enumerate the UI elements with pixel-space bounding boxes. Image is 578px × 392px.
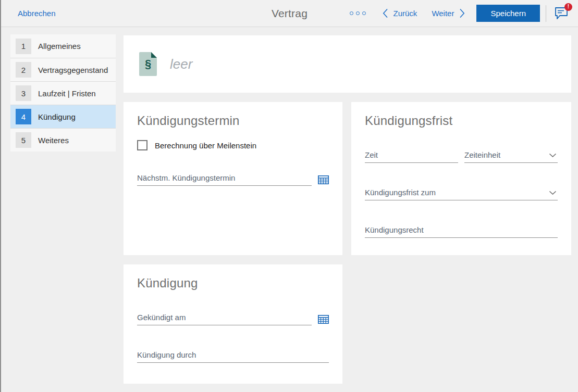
zeiteinheit-select[interactable] [464,149,558,162]
sidebar-item-vertragsgegenstand[interactable]: 2 Vertragsgegenstand [10,58,116,81]
next-label: Weiter [432,9,454,18]
sidebar-item-kuendigung[interactable]: 4 Kündigung [10,105,116,128]
sidebar-item-weiteres[interactable]: 5 Weiteres [10,128,116,151]
more-options-icon [356,11,360,15]
step-number: 3 [16,85,31,101]
step-label: Laufzeit | Fristen [38,89,96,98]
kuendigungsfrist-card: Kündigungsfrist [351,102,571,255]
step-number: 5 [16,132,31,148]
more-options-button[interactable] [347,8,369,18]
step-number: 2 [16,62,31,78]
step-label: Vertragsgegenstand [38,66,108,74]
step-sidebar: 1 Allgemeines 2 Vertragsgegenstand 3 Lau… [10,34,116,151]
gekuendigt-am-input[interactable] [137,311,312,325]
checkbox-label: Berechnung über Meilenstein [155,141,256,150]
chevron-down-icon[interactable] [549,153,557,158]
step-label: Allgemeines [38,42,81,50]
cancel-button[interactable]: Abbrechen [18,9,56,18]
topbar-divider [546,5,546,22]
chevron-right-icon [459,8,465,18]
back-button[interactable]: Zurück [383,8,417,18]
next-button[interactable]: Weiter [432,8,465,18]
kuendigungsrecht-input[interactable] [365,224,558,237]
more-options-icon [362,11,366,15]
comments-button[interactable]: ! [553,6,570,21]
step-number: 1 [16,39,31,54]
card-title: Kündigungstermin [137,113,329,128]
app-window: Abbrechen Vertrag Zurück Weiter Speic [0,0,578,392]
kuendigungsfrist-zum-select[interactable] [365,186,558,200]
more-options-icon [350,11,353,15]
card-title: Kündigung [137,276,329,290]
notification-badge: ! [564,3,572,11]
card-title: Kündigungsfrist [365,113,558,128]
chevron-left-icon [383,8,388,18]
step-label: Weiteres [38,136,69,145]
gekuendigt-am-field [137,311,329,325]
step-number: 4 [16,109,31,124]
kuendigungsfrist-zum-field [365,186,558,200]
chevron-down-icon[interactable] [549,191,557,195]
topbar: Abbrechen Vertrag Zurück Weiter Speic [1,0,578,27]
naechstm-kuendigungstermin-input[interactable] [137,172,312,185]
page-title: Vertrag [272,7,308,20]
record-title-empty: leer [170,56,192,72]
kuendigungsrecht-field [365,224,558,238]
kuendigung-durch-input[interactable] [137,349,329,362]
kuendigung-durch-field [137,349,329,363]
record-header-card: § leer [124,35,571,93]
berechnung-meilenstein-checkbox-row[interactable]: Berechnung über Meilenstein [137,139,329,150]
topbar-actions: Zurück Weiter Speichern ! [347,5,578,22]
naechstm-kuendigungstermin-field [137,172,329,186]
back-label: Zurück [393,9,417,18]
step-label: Kündigung [38,112,76,121]
sidebar-item-laufzeit-fristen[interactable]: 3 Laufzeit | Fristen [10,81,116,105]
kuendigung-card: Kündigung [124,264,342,384]
checkbox-unchecked[interactable] [137,140,147,150]
save-button[interactable]: Speichern [476,5,540,22]
zeit-row [365,149,558,163]
zeit-input[interactable] [365,149,458,162]
calendar-icon[interactable] [318,175,329,184]
paragraph-document-icon: § [139,52,157,76]
kuendigungstermin-card: Kündigungstermin Berechnung über Meilens… [124,102,342,255]
sidebar-item-allgemeines[interactable]: 1 Allgemeines [10,34,116,58]
calendar-icon[interactable] [318,315,329,324]
